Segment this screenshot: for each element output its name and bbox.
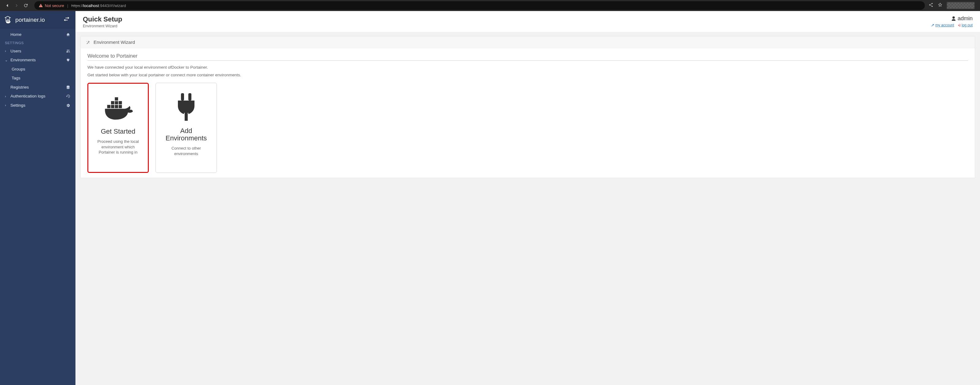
username-label: admin bbox=[958, 15, 973, 22]
wand-icon bbox=[86, 40, 91, 45]
panel-body: Welcome to Portainer We have connected y… bbox=[81, 48, 975, 178]
portainer-logo-icon bbox=[4, 15, 13, 25]
chevron-right-icon: › bbox=[5, 103, 8, 107]
header-right: admin my account log out bbox=[931, 15, 973, 27]
home-icon bbox=[66, 32, 70, 37]
svg-rect-9 bbox=[107, 105, 110, 108]
url-bar[interactable]: Not secure | https://localhost:9443/#!/w… bbox=[34, 1, 925, 10]
wizard-panel: Environment Wizard Welcome to Portainer … bbox=[80, 36, 975, 178]
browser-right-controls bbox=[929, 2, 978, 9]
sidebar-swap-icon[interactable] bbox=[63, 17, 71, 23]
svg-rect-12 bbox=[119, 105, 122, 108]
browser-extension-area bbox=[947, 2, 974, 9]
users-icon bbox=[66, 49, 70, 53]
logo[interactable]: portainer.io bbox=[4, 15, 45, 25]
sidebar-item-settings[interactable]: ›Settings bbox=[0, 101, 75, 110]
svg-rect-15 bbox=[119, 101, 122, 105]
browser-reload-button[interactable] bbox=[23, 3, 29, 8]
svg-rect-5 bbox=[6, 20, 7, 21]
card-title: Add Environments bbox=[161, 127, 212, 142]
wizard-desc-1: We have connected your local environment… bbox=[88, 65, 968, 70]
browser-bar: Not secure | https://localhost:9443/#!/w… bbox=[0, 0, 980, 11]
content-wrap: Environment Wizard Welcome to Portainer … bbox=[75, 32, 980, 385]
browser-back-button[interactable] bbox=[4, 3, 10, 8]
current-user: admin bbox=[931, 15, 973, 22]
user-icon bbox=[951, 16, 956, 21]
svg-rect-16 bbox=[115, 97, 118, 101]
sidebar: portainer.io Home SETTINGS ›Users ⌄Envir… bbox=[0, 11, 75, 385]
sidebar-item-label: Groups bbox=[12, 67, 25, 72]
chevron-down-icon: ⌄ bbox=[5, 58, 8, 62]
url-text: https://localhost:9443/#!/wizard bbox=[71, 3, 126, 8]
sidebar-item-label: Users bbox=[10, 48, 21, 54]
panel-title: Environment Wizard bbox=[94, 40, 135, 45]
card-add-environments[interactable]: Add Environments Connect to other enviro… bbox=[156, 83, 217, 173]
sidebar-item-label: Environments bbox=[10, 57, 36, 63]
sidebar-item-users[interactable]: ›Users bbox=[0, 47, 75, 56]
svg-rect-3 bbox=[6, 17, 6, 21]
logo-text: portainer.io bbox=[15, 17, 45, 23]
chevron-right-icon: › bbox=[5, 49, 8, 53]
sidebar-item-label: Authentication logs bbox=[10, 93, 45, 99]
card-sub: Proceed using the local environment whic… bbox=[93, 139, 143, 155]
svg-rect-19 bbox=[178, 101, 194, 104]
page-title: Quick Setup bbox=[83, 15, 122, 23]
svg-rect-14 bbox=[115, 101, 118, 105]
svg-rect-7 bbox=[8, 19, 9, 20]
sidebar-item-label: Home bbox=[10, 32, 21, 37]
cogs-icon bbox=[66, 103, 70, 108]
browser-forward-button[interactable] bbox=[13, 3, 20, 8]
sidebar-item-auth-logs[interactable]: ›Authentication logs bbox=[0, 92, 75, 101]
svg-rect-17 bbox=[181, 93, 184, 101]
sidebar-item-label: Tags bbox=[12, 75, 21, 81]
welcome-heading: Welcome to Portainer bbox=[88, 53, 968, 61]
docker-icon bbox=[101, 91, 135, 125]
plug-large-icon bbox=[172, 90, 200, 124]
svg-rect-11 bbox=[115, 105, 118, 108]
svg-rect-13 bbox=[111, 101, 115, 105]
sidebar-item-label: Settings bbox=[10, 103, 25, 108]
svg-rect-18 bbox=[188, 93, 191, 101]
not-secure-badge: Not secure bbox=[39, 3, 64, 8]
page-header: Quick Setup Environment Wizard admin my … bbox=[75, 11, 980, 32]
sidebar-section-settings: SETTINGS bbox=[0, 39, 75, 47]
sidebar-header: portainer.io bbox=[0, 11, 75, 29]
panel-header: Environment Wizard bbox=[81, 36, 975, 48]
sidebar-environments-sub: Groups Tags bbox=[0, 65, 75, 83]
my-account-link[interactable]: my account bbox=[935, 23, 954, 27]
sidebar-item-tags[interactable]: Tags bbox=[0, 74, 75, 83]
plug-icon bbox=[66, 58, 70, 62]
sidebar-item-label: Registries bbox=[10, 85, 29, 90]
card-get-started[interactable]: Get Started Proceed using the local envi… bbox=[88, 83, 149, 173]
svg-rect-20 bbox=[185, 113, 188, 121]
main-content: Quick Setup Environment Wizard admin my … bbox=[75, 11, 980, 385]
history-icon bbox=[66, 94, 70, 98]
sidebar-item-groups[interactable]: Groups bbox=[0, 65, 75, 74]
logout-link-wrap: log out bbox=[957, 23, 973, 27]
chevron-right-icon: › bbox=[5, 94, 8, 98]
sidebar-nav: Home SETTINGS ›Users ⌄Environments Group… bbox=[0, 29, 75, 111]
sidebar-item-home[interactable]: Home bbox=[0, 30, 75, 39]
svg-rect-6 bbox=[8, 20, 9, 21]
wrench-icon bbox=[931, 24, 934, 27]
url-separator: | bbox=[67, 3, 68, 8]
not-secure-label: Not secure bbox=[45, 3, 64, 8]
browser-nav bbox=[2, 3, 31, 8]
app-root: portainer.io Home SETTINGS ›Users ⌄Envir… bbox=[0, 11, 980, 385]
page-subtitle: Environment Wizard bbox=[83, 24, 122, 28]
my-account-link-wrap: my account bbox=[931, 23, 954, 27]
logout-icon bbox=[957, 24, 961, 27]
bookmark-star-icon[interactable] bbox=[938, 2, 943, 9]
account-links: my account log out bbox=[931, 23, 973, 27]
share-icon[interactable] bbox=[929, 2, 933, 9]
svg-rect-10 bbox=[111, 105, 115, 108]
wizard-cards: Get Started Proceed using the local envi… bbox=[88, 83, 968, 173]
sidebar-item-environments[interactable]: ⌄Environments bbox=[0, 55, 75, 65]
wizard-desc-2: Get started below with your local portai… bbox=[88, 73, 968, 77]
page-title-block: Quick Setup Environment Wizard bbox=[83, 15, 122, 28]
card-sub: Connect to other environments bbox=[161, 146, 212, 156]
database-icon bbox=[66, 85, 70, 90]
card-title: Get Started bbox=[101, 128, 135, 135]
logout-link[interactable]: log out bbox=[962, 23, 973, 27]
sidebar-item-registries[interactable]: Registries bbox=[0, 83, 75, 92]
